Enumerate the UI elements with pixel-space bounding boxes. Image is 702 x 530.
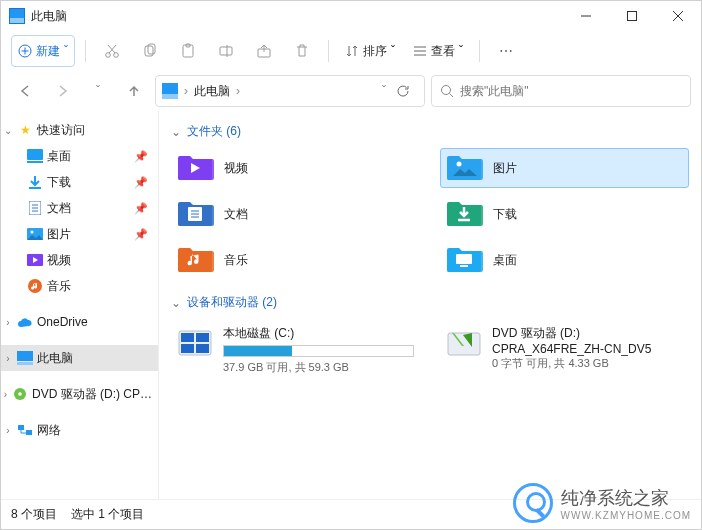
folder-item[interactable]: 图片 [440, 148, 689, 188]
chevron-right-icon: › [3, 317, 13, 328]
pin-icon: 📌 [134, 176, 148, 189]
sort-label: 排序 [363, 43, 387, 60]
folder-icon [178, 198, 214, 230]
folder-label: 桌面 [493, 252, 517, 269]
refresh-button[interactable] [388, 76, 418, 106]
paste-button[interactable] [172, 35, 204, 67]
up-button[interactable] [119, 76, 149, 106]
svg-line-9 [109, 45, 116, 53]
sidebar-this-pc[interactable]: ›此电脑 [1, 345, 158, 371]
drive-item[interactable]: DVD 驱动器 (D:)CPRA_X64FRE_ZH-CN_DV50 字节 可用… [440, 323, 689, 377]
folder-label: 音乐 [224, 252, 248, 269]
maximize-button[interactable] [609, 1, 655, 31]
this-pc-icon [17, 350, 33, 366]
folder-label: 视频 [224, 160, 248, 177]
sidebar-item-desktop[interactable]: 桌面📌 [1, 143, 158, 169]
chevron-right-icon: › [3, 389, 8, 400]
folder-item[interactable]: 文档 [171, 194, 420, 234]
close-button[interactable] [655, 1, 701, 31]
svg-point-8 [114, 53, 119, 58]
minimize-button[interactable] [563, 1, 609, 31]
recent-button[interactable]: ˇ [83, 76, 113, 106]
chevron-right-icon: › [236, 84, 240, 98]
new-button[interactable]: 新建 ˇ [11, 35, 75, 67]
sidebar-network[interactable]: ›网络 [1, 417, 158, 443]
sidebar-onedrive[interactable]: ›OneDrive [1, 309, 158, 335]
sidebar-item-documents[interactable]: 文档📌 [1, 195, 158, 221]
delete-button[interactable] [286, 35, 318, 67]
copy-icon [142, 43, 158, 59]
video-icon [27, 252, 43, 268]
folder-icon [447, 152, 483, 184]
folder-item[interactable]: 桌面 [440, 240, 689, 280]
chevron-down-icon[interactable]: ˇ [382, 84, 386, 98]
rename-button[interactable] [210, 35, 242, 67]
drive-subname: CPRA_X64FRE_ZH-CN_DV5 [492, 342, 683, 356]
drive-detail: 37.9 GB 可用, 共 59.3 GB [223, 360, 414, 375]
drive-icon [177, 325, 213, 361]
svg-rect-1 [628, 12, 637, 21]
addressbar: ˇ › 此电脑 › ˇ [1, 71, 701, 111]
download-icon [27, 174, 43, 190]
svg-point-37 [18, 392, 22, 396]
chevron-down-icon: ˇ [96, 84, 100, 98]
chevron-right-icon: › [184, 84, 188, 98]
sidebar-item-music[interactable]: 音乐 [1, 273, 158, 299]
cloud-icon [17, 314, 33, 330]
cut-button[interactable] [96, 35, 128, 67]
sidebar-item-pictures[interactable]: 图片📌 [1, 221, 158, 247]
svg-rect-41 [447, 159, 483, 180]
more-button[interactable]: ⋯ [490, 35, 522, 67]
sidebar-quick-access[interactable]: ⌄ ★ 快速访问 [1, 117, 158, 143]
sidebar-item-label: 文档 [47, 200, 71, 217]
plus-circle-icon [18, 44, 32, 58]
chevron-down-icon: ˇ [459, 44, 463, 58]
copy-button[interactable] [134, 35, 166, 67]
titlebar: 此电脑 [1, 1, 701, 31]
svg-rect-23 [27, 149, 43, 160]
group-folders-header[interactable]: ⌄ 文件夹 (6) [171, 119, 689, 148]
svg-rect-34 [17, 351, 33, 361]
group-title: 文件夹 (6) [187, 123, 241, 140]
cut-icon [104, 43, 120, 59]
status-selected: 选中 1 个项目 [71, 506, 144, 523]
sidebar-item-label: 桌面 [47, 148, 71, 165]
sidebar-item-videos[interactable]: 视频 [1, 247, 158, 273]
svg-point-21 [442, 86, 451, 95]
sidebar-item-downloads[interactable]: 下载📌 [1, 169, 158, 195]
watermark-logo-icon [513, 483, 553, 523]
search-input[interactable] [460, 84, 682, 98]
folder-item[interactable]: 音乐 [171, 240, 420, 280]
folder-label: 图片 [493, 160, 517, 177]
breadcrumb[interactable]: › 此电脑 › ˇ [155, 75, 425, 107]
svg-rect-56 [196, 333, 209, 342]
pictures-icon [27, 226, 43, 242]
sidebar-item-label: 视频 [47, 252, 71, 269]
forward-button[interactable] [47, 76, 77, 106]
svg-rect-39 [26, 430, 32, 435]
svg-rect-58 [196, 344, 209, 353]
search-box[interactable] [431, 75, 691, 107]
svg-rect-24 [27, 161, 43, 163]
share-button[interactable] [248, 35, 280, 67]
back-button[interactable] [11, 76, 41, 106]
sort-button[interactable]: 排序 ˇ [339, 35, 401, 67]
toolbar: 新建 ˇ 排序 ˇ 查看 ˇ ⋯ [1, 31, 701, 71]
svg-rect-55 [181, 333, 194, 342]
music-icon [27, 278, 43, 294]
svg-point-42 [457, 162, 462, 167]
breadcrumb-root[interactable]: 此电脑 [194, 83, 230, 100]
sort-icon [345, 44, 359, 58]
folder-item[interactable]: 下载 [440, 194, 689, 234]
drive-item[interactable]: 本地磁盘 (C:)37.9 GB 可用, 共 59.3 GB [171, 323, 420, 377]
view-button[interactable]: 查看 ˇ [407, 35, 469, 67]
chevron-down-icon: ⌄ [171, 296, 181, 310]
group-devices-header[interactable]: ⌄ 设备和驱动器 (2) [171, 290, 689, 319]
folder-item[interactable]: 视频 [171, 148, 420, 188]
svg-point-7 [106, 53, 111, 58]
chevron-down-icon: ⌄ [3, 125, 13, 136]
drive-name: 本地磁盘 (C:) [223, 325, 414, 342]
folder-icon [178, 244, 214, 276]
sidebar-dvd[interactable]: ›DVD 驱动器 (D:) CPRA_X64FRE_ZH-CN_DV5 [1, 381, 158, 407]
watermark-text: 纯净系统之家 [561, 486, 691, 510]
